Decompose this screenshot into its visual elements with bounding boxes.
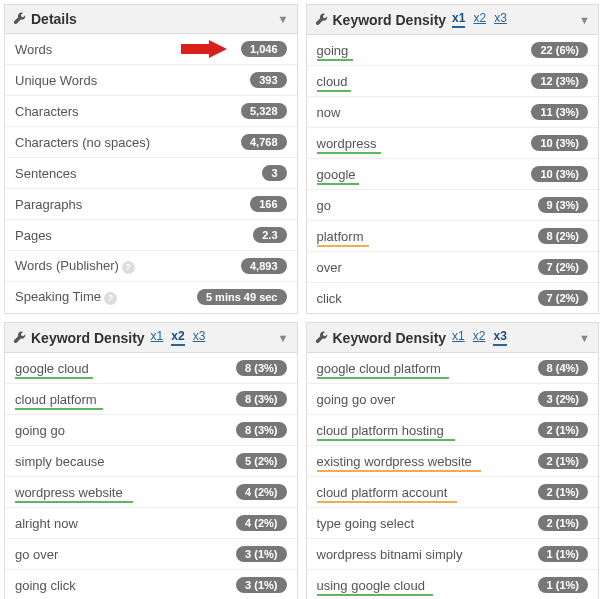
keyword-count-badge: 22 (6%) bbox=[531, 42, 588, 58]
collapse-chevron-icon[interactable]: ▼ bbox=[278, 13, 289, 25]
metric-label: Speaking Time? bbox=[15, 289, 197, 305]
keyword-underline bbox=[15, 501, 133, 503]
metric-label: Characters (no spaces) bbox=[15, 135, 241, 150]
keyword-underline bbox=[317, 594, 433, 596]
keyword-count-badge: 2 (1%) bbox=[538, 422, 588, 438]
keyword-count-badge: 10 (3%) bbox=[531, 135, 588, 151]
collapse-chevron-icon[interactable]: ▼ bbox=[579, 14, 590, 26]
keyword-label: alright now bbox=[15, 516, 236, 531]
keyword-count-badge: 10 (3%) bbox=[531, 166, 588, 182]
details-row: Paragraphs166 bbox=[5, 189, 297, 220]
keyword-label: cloud bbox=[317, 74, 532, 89]
density-tab-x3[interactable]: x3 bbox=[193, 329, 206, 346]
density-tab-x1[interactable]: x1 bbox=[151, 329, 164, 346]
keyword-count-badge: 1 (1%) bbox=[538, 577, 588, 593]
metric-label: Words (Publisher)? bbox=[15, 258, 241, 274]
density-tab-x2[interactable]: x2 bbox=[171, 329, 184, 346]
kd3-tabs: x1x2x3 bbox=[452, 329, 507, 346]
details-row: Speaking Time?5 mins 49 sec bbox=[5, 282, 297, 312]
density-tab-x2[interactable]: x2 bbox=[473, 329, 486, 346]
kd1-header: Keyword Density x1x2x3 ▼ bbox=[307, 5, 599, 35]
keyword-row: now11 (3%) bbox=[307, 97, 599, 128]
metric-label: Words bbox=[15, 42, 241, 57]
keyword-count-badge: 3 (2%) bbox=[538, 391, 588, 407]
keyword-label: go over bbox=[15, 547, 236, 562]
wrench-icon bbox=[315, 13, 329, 27]
metric-value-badge: 4,768 bbox=[241, 134, 287, 150]
metric-value-badge: 4,893 bbox=[241, 258, 287, 274]
keyword-row: platform8 (2%) bbox=[307, 221, 599, 252]
keyword-count-badge: 2 (1%) bbox=[538, 515, 588, 531]
keyword-underline bbox=[317, 183, 359, 185]
keyword-density-x2-panel: Keyword Density x1x2x3 ▼ google cloud8 (… bbox=[4, 322, 298, 599]
details-row: Characters5,328 bbox=[5, 96, 297, 127]
collapse-chevron-icon[interactable]: ▼ bbox=[579, 332, 590, 344]
keyword-count-badge: 9 (3%) bbox=[538, 197, 588, 213]
keyword-count-badge: 1 (1%) bbox=[538, 546, 588, 562]
keyword-row: alright now4 (2%) bbox=[5, 508, 297, 539]
keyword-row: simply because5 (2%) bbox=[5, 446, 297, 477]
metric-value-badge: 5 mins 49 sec bbox=[197, 289, 287, 305]
kd2-header: Keyword Density x1x2x3 ▼ bbox=[5, 323, 297, 353]
metric-label: Characters bbox=[15, 104, 241, 119]
keyword-row: go9 (3%) bbox=[307, 190, 599, 221]
keyword-label: going click bbox=[15, 578, 236, 593]
keyword-label: over bbox=[317, 260, 538, 275]
density-tab-x2[interactable]: x2 bbox=[473, 11, 486, 28]
details-row: Sentences3 bbox=[5, 158, 297, 189]
keyword-label: existing wordpress website bbox=[317, 454, 538, 469]
collapse-chevron-icon[interactable]: ▼ bbox=[278, 332, 289, 344]
keyword-row: google cloud platform8 (4%) bbox=[307, 353, 599, 384]
metric-value-badge: 5,328 bbox=[241, 103, 287, 119]
details-panel: Details ▼ Words1,046Unique Words393Chara… bbox=[4, 4, 298, 314]
keyword-label: click bbox=[317, 291, 538, 306]
keyword-label: going go bbox=[15, 423, 236, 438]
details-row: Pages2.3 bbox=[5, 220, 297, 251]
details-row: Characters (no spaces)4,768 bbox=[5, 127, 297, 158]
details-row: Unique Words393 bbox=[5, 65, 297, 96]
keyword-label: now bbox=[317, 105, 532, 120]
wrench-icon bbox=[13, 12, 27, 26]
keyword-row: click7 (2%) bbox=[307, 283, 599, 313]
metric-value-badge: 2.3 bbox=[253, 227, 286, 243]
metric-label: Pages bbox=[15, 228, 253, 243]
keyword-row: wordpress10 (3%) bbox=[307, 128, 599, 159]
help-icon[interactable]: ? bbox=[122, 261, 135, 274]
keyword-label: wordpress bbox=[317, 136, 532, 151]
keyword-label: going go over bbox=[317, 392, 538, 407]
keyword-row: go over3 (1%) bbox=[5, 539, 297, 570]
density-tab-x1[interactable]: x1 bbox=[452, 329, 465, 346]
keyword-row: over7 (2%) bbox=[307, 252, 599, 283]
keyword-row: cloud12 (3%) bbox=[307, 66, 599, 97]
keyword-row: type going select2 (1%) bbox=[307, 508, 599, 539]
keyword-density-x3-panel: Keyword Density x1x2x3 ▼ google cloud pl… bbox=[306, 322, 600, 599]
keyword-row: wordpress website4 (2%) bbox=[5, 477, 297, 508]
keyword-row: cloud platform account2 (1%) bbox=[307, 477, 599, 508]
details-row: Words (Publisher)?4,893 bbox=[5, 251, 297, 282]
keyword-row: going click3 (1%) bbox=[5, 570, 297, 599]
keyword-count-badge: 2 (1%) bbox=[538, 484, 588, 500]
details-title: Details bbox=[31, 11, 77, 27]
keyword-count-badge: 2 (1%) bbox=[538, 453, 588, 469]
keyword-label: cloud platform account bbox=[317, 485, 538, 500]
keyword-label: cloud platform hosting bbox=[317, 423, 538, 438]
keyword-row: cloud platform8 (3%) bbox=[5, 384, 297, 415]
wrench-icon bbox=[13, 331, 27, 345]
density-tab-x3[interactable]: x3 bbox=[494, 11, 507, 28]
keyword-count-badge: 3 (1%) bbox=[236, 546, 286, 562]
density-tab-x3[interactable]: x3 bbox=[493, 329, 506, 346]
help-icon[interactable]: ? bbox=[104, 292, 117, 305]
keyword-count-badge: 8 (3%) bbox=[236, 391, 286, 407]
keyword-count-badge: 5 (2%) bbox=[236, 453, 286, 469]
metric-value-badge: 393 bbox=[250, 72, 286, 88]
details-row: Words1,046 bbox=[5, 34, 297, 65]
metric-label: Paragraphs bbox=[15, 197, 250, 212]
keyword-underline bbox=[317, 501, 457, 503]
keyword-count-badge: 7 (2%) bbox=[538, 290, 588, 306]
density-tab-x1[interactable]: x1 bbox=[452, 11, 465, 28]
keyword-label: google cloud bbox=[15, 361, 236, 376]
metric-label: Sentences bbox=[15, 166, 262, 181]
keyword-row: going go8 (3%) bbox=[5, 415, 297, 446]
keyword-count-badge: 8 (2%) bbox=[538, 228, 588, 244]
metric-value-badge: 1,046 bbox=[241, 41, 287, 57]
